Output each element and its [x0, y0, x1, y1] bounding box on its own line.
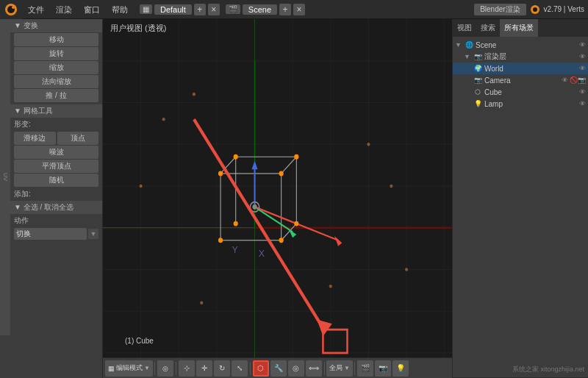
svg-point-53 [390, 185, 392, 188]
render-engine-label[interactable]: Blender渲染 [474, 4, 526, 15]
move-tool-btn[interactable]: ✛ [196, 360, 212, 377]
svg-rect-5 [103, 19, 452, 378]
eye-cube[interactable]: 👁 [579, 88, 586, 96]
tree-item-camera[interactable]: 📷 Camera 👁 🚫 📷 [453, 74, 588, 86]
tab-all-scenes[interactable]: 所有场景 [500, 19, 538, 37]
action-value[interactable]: 切换 [14, 228, 87, 240]
expand-scene[interactable]: ▼ [455, 41, 462, 49]
svg-point-43 [279, 171, 284, 176]
select-box-btn[interactable]: ⊹ [179, 360, 195, 377]
eye-scene[interactable]: 👁 [579, 41, 586, 49]
separator-1 [154, 362, 155, 375]
scale-normal-btn[interactable]: 法向缩放 [14, 75, 98, 88]
svg-point-56 [405, 268, 408, 271]
svg-point-48 [294, 221, 298, 227]
slide-edge-btn[interactable]: 滑移边 [14, 132, 56, 145]
svg-point-45 [279, 238, 284, 243]
restrict-camera[interactable]: 🚫 [570, 76, 578, 84]
menu-render[interactable]: 渲染 [50, 0, 78, 19]
eye-lamp[interactable]: 👁 [579, 100, 586, 107]
blender-logo [0, 0, 22, 19]
scene-name-tree: Scene [476, 41, 496, 49]
action-label: 动作 [10, 214, 102, 227]
svg-point-49 [234, 221, 238, 227]
noise-btn[interactable]: 噪波 [14, 146, 98, 159]
vertex-btn[interactable]: 顶点 [57, 132, 99, 145]
renderlayer-icon: 📷 [473, 51, 483, 62]
global-selector[interactable]: 全局 ▼ [326, 360, 353, 377]
snap-btn[interactable]: 🔧 [270, 360, 287, 377]
highlighted-btn[interactable]: ⬡ [253, 360, 269, 377]
mode-icon: ▦ [108, 365, 115, 372]
close-scene-btn[interactable]: × [293, 4, 305, 15]
main-layout: UV ▼ 变换 移动 旋转 缩放 法向缩放 推 / 拉 ▼ 网格工具 形变: 滑… [0, 19, 588, 378]
left-panel: UV ▼ 变换 移动 旋转 缩放 法向缩放 推 / 拉 ▼ 网格工具 形变: 滑… [0, 19, 103, 378]
mesh-tools-header[interactable]: ▼ 网格工具 [10, 104, 102, 118]
camera-name: Camera [484, 76, 511, 85]
lamp-name: Lamp [484, 100, 503, 108]
svg-point-44 [218, 238, 223, 243]
menu-window[interactable]: 窗口 [78, 0, 106, 19]
cube-name: Cube [484, 88, 502, 96]
scene-name[interactable]: Scene [243, 4, 277, 15]
render-btn[interactable]: 🎬 [357, 360, 373, 377]
add-scene-btn[interactable]: + [279, 4, 291, 15]
cube-icon-tree: ⬡ [473, 87, 483, 97]
select-header[interactable]: ▼ 全选 / 取消全选 [10, 201, 102, 214]
separator-3 [250, 362, 251, 375]
push-pull-btn[interactable]: 推 / 拉 [14, 89, 98, 102]
mode-selector[interactable]: ▦ 编辑模式 ▼ [105, 360, 153, 377]
3d-viewport[interactable]: 用户视图 (透视) [103, 19, 452, 378]
svg-point-46 [234, 154, 238, 160]
eye-camera[interactable]: 👁 [562, 76, 568, 84]
transform-header[interactable]: ▼ 变换 [10, 19, 102, 32]
deform-label: 形变: [10, 118, 102, 131]
camera-btn[interactable]: 📷 [375, 360, 391, 377]
mirror-btn[interactable]: ⟺ [306, 360, 322, 377]
view-point-btn[interactable]: ◎ [157, 360, 173, 377]
svg-point-54 [140, 185, 143, 188]
tree-item-world[interactable]: 🌍 World 👁 [453, 63, 588, 74]
svg-point-55 [329, 285, 332, 288]
lamp-btn[interactable]: 💡 [392, 360, 409, 377]
add-workspace-btn[interactable]: + [194, 4, 206, 15]
watermark: 系统之家 xitongzhijia.net [512, 365, 584, 374]
cube-label: (1) Cube [125, 337, 154, 345]
world-icon: 🌍 [473, 63, 483, 74]
svg-point-42 [218, 171, 223, 176]
rotate-btn[interactable]: 旋转 [14, 47, 98, 60]
tree-item-scene[interactable]: ▼ 🌐 Scene 👁 [453, 39, 588, 51]
random-btn[interactable]: 随机 [14, 174, 98, 187]
grid-background: Y X [103, 19, 452, 378]
scale-tool-btn[interactable]: ⤡ [232, 360, 248, 377]
svg-point-52 [367, 143, 370, 146]
move-btn[interactable]: 移动 [14, 33, 98, 46]
rotate-tool-btn[interactable]: ↻ [214, 360, 230, 377]
smooth-vertex-btn[interactable]: 平滑顶点 [14, 160, 98, 173]
viewport-toolbar: ▦ 编辑模式 ▼ ◎ ⊹ ✛ ↻ ⤡ ⬡ 🔧 ◎ ⟺ 全局 ▼ [103, 357, 452, 378]
menu-file[interactable]: 文件 [22, 0, 50, 19]
world-name: World [484, 65, 503, 73]
separator-5 [354, 362, 355, 375]
action-dropdown[interactable]: ▼ [88, 229, 98, 239]
tree-item-lamp[interactable]: 💡 Lamp 👁 [453, 98, 588, 110]
proportional-btn[interactable]: ◎ [288, 360, 304, 377]
expand-renderlayer[interactable]: ▼ [464, 53, 471, 60]
tree-item-cube[interactable]: ⬡ Cube 👁 [453, 86, 588, 98]
menu-help[interactable]: 帮助 [106, 0, 134, 19]
viewport-label: 用户视图 (透视) [110, 23, 166, 34]
svg-point-41 [252, 204, 257, 210]
tree-item-renderlayer[interactable]: ▼ 📷 渲染层 👁 [453, 51, 588, 63]
close-workspace-btn[interactable]: × [208, 4, 220, 15]
render-camera[interactable]: 📷 [578, 76, 586, 84]
scene-icon: 🎬 [226, 4, 240, 14]
eye-world[interactable]: 👁 [579, 65, 586, 72]
eye-renderlayer[interactable]: 👁 [579, 53, 586, 60]
renderlayer-name: 渲染层 [484, 51, 506, 62]
workspace-name[interactable]: Default [154, 4, 192, 15]
scale-btn[interactable]: 缩放 [14, 61, 98, 74]
svg-text:X: X [259, 248, 265, 260]
tab-view[interactable]: 视图 [453, 19, 476, 37]
tab-search[interactable]: 搜索 [476, 19, 500, 37]
screen-icon: ▦ [140, 4, 152, 14]
